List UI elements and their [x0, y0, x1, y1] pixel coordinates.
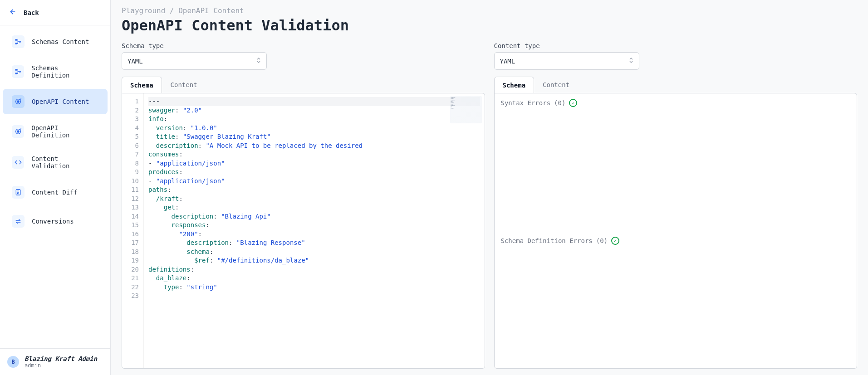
error-block-schema-definition-errors: Schema Definition Errors(0)✓	[495, 231, 857, 369]
code-line[interactable]: description: "Blazing Response"	[148, 239, 480, 248]
user-role: admin	[25, 362, 97, 369]
svg-point-6	[19, 71, 20, 73]
schema-nodes-icon	[12, 65, 24, 78]
sidebar: Back Schemas ContentSchemas DefinitionOp…	[0, 0, 111, 375]
check-circle-icon: ✓	[569, 99, 577, 107]
sidebar-item-label: Schemas Content	[32, 38, 89, 45]
target-icon	[12, 125, 24, 138]
schema-column: Schema type YAML SchemaContent 123456789…	[122, 42, 485, 369]
chevron-updown-icon	[256, 57, 261, 65]
page-title: OpenAPI Content Validation	[122, 17, 857, 34]
code-line[interactable]: type: "string"	[148, 283, 480, 292]
svg-point-8	[17, 101, 19, 102]
content-type-label: Content type	[494, 42, 858, 49]
content-type-value: YAML	[500, 58, 515, 65]
code-line[interactable]: paths:	[148, 185, 480, 195]
right-tab-schema[interactable]: Schema	[494, 77, 535, 93]
left-tab-schema[interactable]: Schema	[122, 77, 162, 93]
sidebar-item-openapi-content[interactable]: OpenAPI Content	[3, 89, 108, 114]
errors-panel: Syntax Errors(0)✓Schema Definition Error…	[494, 93, 858, 369]
sidebar-item-label: Content Validation	[31, 155, 98, 170]
code-line[interactable]: schema:	[148, 248, 480, 257]
code-line[interactable]: info:	[148, 115, 480, 124]
code-line[interactable]: - "application/json"	[148, 177, 480, 186]
error-label: Schema Definition Errors	[501, 237, 593, 244]
back-label: Back	[24, 9, 39, 16]
sidebar-item-label: OpenAPI Content	[32, 98, 89, 105]
line-gutter: 1234567891011121314151617181920212223	[122, 93, 144, 368]
right-tabs: SchemaContent	[494, 76, 858, 93]
svg-line-9	[20, 98, 21, 100]
code-line[interactable]: get:	[148, 203, 480, 212]
svg-line-12	[20, 128, 21, 130]
sidebar-item-schemas-definition[interactable]: Schemas Definition	[3, 58, 108, 85]
sidebar-nav: Back Schemas ContentSchemas DefinitionOp…	[0, 0, 110, 348]
avatar: B	[7, 356, 19, 368]
code-line[interactable]: /kraft:	[148, 195, 480, 204]
code-line[interactable]: $ref: "#/definitions/da_blaze"	[148, 256, 480, 265]
code-editor[interactable]: 1234567891011121314151617181920212223 --…	[122, 93, 485, 368]
code-line[interactable]: definitions:	[148, 265, 480, 274]
arrow-left-icon	[9, 8, 16, 17]
code-line[interactable]: consumes:	[148, 150, 480, 159]
breadcrumb: Playground / OpenAPI Content	[122, 6, 857, 15]
sidebar-item-label: Content Diff	[32, 189, 78, 196]
error-header: Syntax Errors(0)✓	[501, 99, 851, 107]
code-icon	[12, 156, 24, 169]
error-label: Syntax Errors	[501, 99, 551, 107]
svg-point-3	[20, 41, 21, 43]
back-button[interactable]: Back	[0, 0, 110, 25]
schema-nodes-icon	[12, 35, 25, 48]
code-line[interactable]: swagger: "2.0"	[148, 106, 480, 115]
user-name: Blazing Kraft Admin	[25, 355, 97, 362]
code-editor-panel: 1234567891011121314151617181920212223 --…	[122, 93, 485, 369]
schema-type-label: Schema type	[122, 42, 485, 49]
left-tab-content[interactable]: Content	[162, 76, 206, 93]
content-column: Content type YAML SchemaContent Syntax E…	[494, 42, 858, 369]
svg-point-2	[15, 43, 17, 44]
target-icon	[12, 95, 25, 108]
error-header: Schema Definition Errors(0)✓	[501, 237, 851, 245]
sidebar-item-openapi-definition[interactable]: OpenAPI Definition	[3, 118, 108, 145]
code-line[interactable]	[148, 292, 480, 301]
svg-point-11	[17, 131, 19, 132]
schema-type-select[interactable]: YAML	[122, 52, 267, 70]
main-content: Playground / OpenAPI Content OpenAPI Con…	[111, 0, 868, 375]
code-line[interactable]: "200":	[148, 230, 480, 239]
code-line[interactable]: da_blaze:	[148, 274, 480, 283]
chevron-updown-icon	[629, 57, 633, 65]
svg-point-1	[15, 39, 17, 41]
code-area[interactable]: ---swagger: "2.0"info: version: "1.0.0" …	[144, 93, 485, 368]
sidebar-item-conversions[interactable]: Conversions	[3, 209, 108, 234]
code-line[interactable]: ---	[148, 97, 480, 106]
code-line[interactable]: version: "1.0.0"	[148, 124, 480, 133]
error-count: (0)	[596, 237, 608, 244]
sidebar-item-schemas-content[interactable]: Schemas Content	[3, 29, 108, 54]
error-count: (0)	[554, 99, 565, 107]
code-line[interactable]: - "application/json"	[148, 159, 480, 168]
document-icon	[12, 186, 25, 199]
code-line[interactable]: produces:	[148, 168, 480, 177]
content-type-select[interactable]: YAML	[494, 52, 639, 70]
code-line[interactable]: title: "Swagger Blazing Kraft"	[148, 132, 480, 141]
sidebar-item-content-validation[interactable]: Content Validation	[3, 149, 108, 176]
swap-icon	[12, 215, 25, 228]
sidebar-item-content-diff[interactable]: Content Diff	[3, 180, 108, 205]
sidebar-item-label: Conversions	[32, 218, 74, 225]
code-line[interactable]: description: "A Mock API to be replaced …	[148, 141, 480, 151]
code-line[interactable]: responses:	[148, 221, 480, 230]
sidebar-item-label: OpenAPI Definition	[31, 124, 98, 139]
svg-point-4	[15, 69, 17, 71]
schema-type-value: YAML	[128, 58, 143, 65]
svg-point-5	[15, 73, 17, 74]
right-tab-content[interactable]: Content	[534, 76, 578, 93]
user-footer[interactable]: B Blazing Kraft Admin admin	[0, 348, 110, 375]
left-tabs: SchemaContent	[122, 76, 485, 93]
code-line[interactable]: description: "Blazing Api"	[148, 212, 480, 221]
check-circle-icon: ✓	[611, 237, 619, 245]
error-block-syntax-errors: Syntax Errors(0)✓	[495, 93, 857, 231]
sidebar-item-label: Schemas Definition	[31, 64, 98, 79]
